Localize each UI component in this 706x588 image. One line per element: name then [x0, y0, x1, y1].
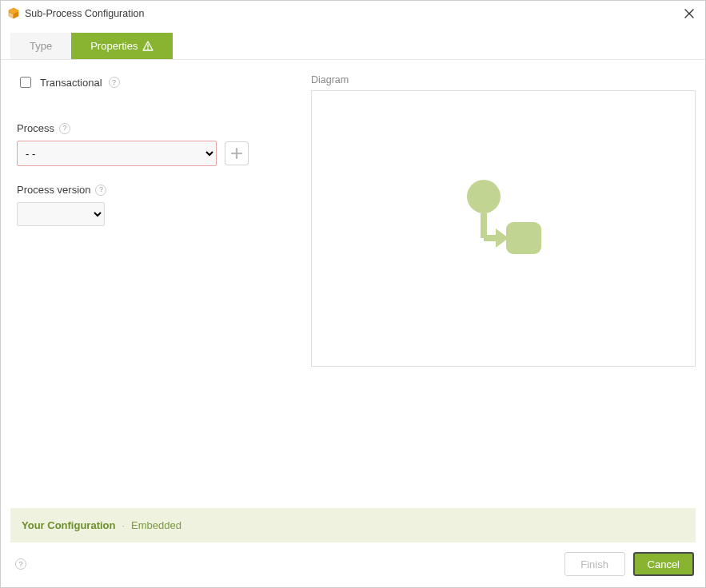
add-process-button[interactable]	[225, 141, 249, 165]
app-icon	[7, 7, 20, 20]
svg-rect-5	[506, 222, 541, 254]
close-icon[interactable]	[681, 6, 697, 22]
tabs: Type Properties	[1, 26, 705, 60]
titlebar: Sub-Process Configuration	[1, 1, 705, 26]
svg-point-1	[148, 48, 150, 50]
tab-type[interactable]: Type	[10, 33, 71, 59]
diagram-preview	[311, 90, 696, 367]
process-version-row: Process version ?	[17, 184, 305, 226]
diagram-label: Diagram	[311, 74, 696, 85]
help-icon[interactable]: ?	[15, 558, 26, 570]
finish-button-label: Finish	[580, 558, 608, 570]
cancel-button-label: Cancel	[648, 558, 680, 570]
process-row: Process ? - -	[17, 122, 305, 166]
transactional-row: Transactional ?	[17, 74, 305, 90]
dialog-window: Sub-Process Configuration Type Propertie…	[0, 0, 706, 588]
footer: ? Finish Cancel	[1, 549, 705, 587]
diagram-placeholder-icon	[456, 173, 552, 268]
process-select[interactable]: - -	[17, 141, 217, 166]
configuration-label: Your Configuration	[22, 519, 115, 531]
finish-button[interactable]: Finish	[564, 552, 625, 576]
warning-icon	[142, 41, 154, 51]
svg-point-4	[467, 180, 501, 213]
transactional-checkbox[interactable]	[20, 77, 31, 88]
configuration-summary: Your Configuration · Embedded	[10, 508, 696, 542]
process-version-label: Process version	[17, 184, 90, 196]
help-icon[interactable]: ?	[109, 77, 120, 88]
cancel-button[interactable]: Cancel	[633, 552, 694, 576]
configuration-value: Embedded	[131, 519, 181, 531]
content-area: Transactional ? Process ? - -	[1, 60, 705, 508]
help-icon[interactable]: ?	[95, 185, 106, 196]
tab-type-label: Type	[30, 40, 52, 52]
transactional-label: Transactional	[40, 77, 102, 89]
dialog-title: Sub-Process Configuration	[25, 8, 144, 19]
process-label: Process	[17, 122, 54, 134]
help-icon[interactable]: ?	[59, 123, 70, 134]
right-column: Diagram	[305, 74, 696, 499]
process-version-select[interactable]	[17, 202, 105, 226]
tab-properties[interactable]: Properties	[71, 33, 173, 59]
tab-properties-label: Properties	[90, 40, 138, 52]
left-column: Transactional ? Process ? - -	[17, 74, 305, 499]
separator: ·	[122, 519, 125, 531]
